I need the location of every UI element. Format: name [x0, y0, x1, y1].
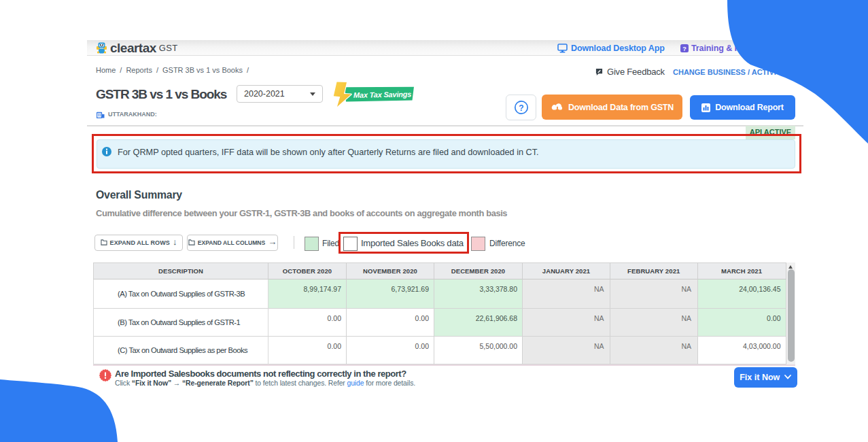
- svg-text:?: ?: [682, 45, 687, 52]
- svg-text:Max Tax Savings: Max Tax Savings: [353, 90, 412, 99]
- svg-text:?: ?: [519, 103, 523, 113]
